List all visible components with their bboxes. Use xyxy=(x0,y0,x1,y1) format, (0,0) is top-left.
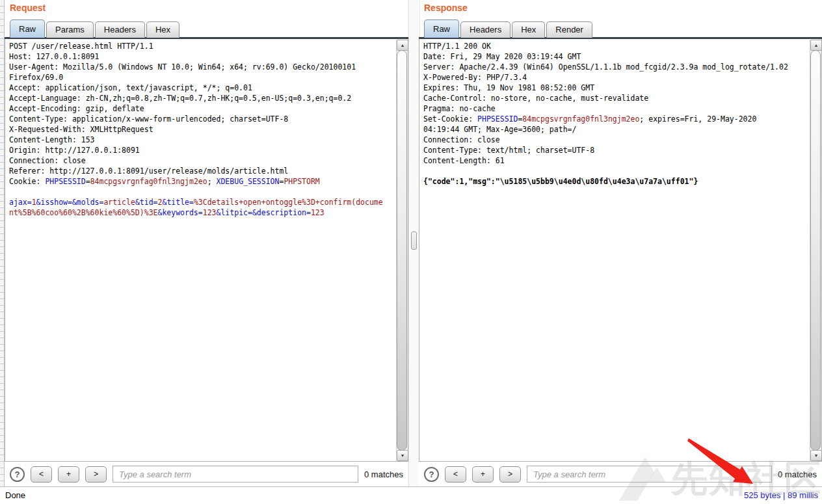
request-scrollbar[interactable]: ▲ ▼ xyxy=(396,40,408,461)
status-bar: Done 525 bytes | 89 millis xyxy=(0,486,822,504)
editor-line: Referer: http://127.0.0.1:8091/user/rele… xyxy=(9,166,392,176)
editor-line: ajax=1&isshow=&molds=article&tid=2&title… xyxy=(9,197,392,207)
response-tab-headers[interactable]: Headers xyxy=(460,21,510,38)
editor-line: Origin: http://127.0.0.1:8091 xyxy=(9,145,392,155)
editor-line: 04:19:44 GMT; Max-Age=3600; path=/ xyxy=(423,124,806,135)
scrollbar-thumb[interactable] xyxy=(810,50,821,451)
response-size-time-label: 525 bytes | 89 millis xyxy=(744,490,818,500)
editor-line: Accept: application/json, text/javascrip… xyxy=(9,83,392,93)
editor-line: Cache-Control: no-store, no-cache, must-… xyxy=(423,93,806,103)
editor-line: nt%5B%60coo%60%2B%60kie%60%5D)%3E&keywor… xyxy=(9,207,392,218)
editor-line: {"code":1,"msg":"\u5185\u5bb9\u4e0d\u80f… xyxy=(423,176,806,187)
scroll-down-icon[interactable]: ▼ xyxy=(810,450,822,461)
match-count: 0 matches xyxy=(364,470,403,479)
window-edge-strip xyxy=(0,0,5,486)
response-title: Response xyxy=(424,3,468,13)
response-searchbar: ? < + > 0 matches xyxy=(419,462,822,486)
editor-line: Date: Fri, 29 May 2020 03:19:44 GMT xyxy=(423,51,806,62)
editor-line: Connection: close xyxy=(9,155,392,166)
scrollbar-thumb[interactable] xyxy=(397,50,407,451)
response-tabs: RawHeadersHexRender xyxy=(424,20,822,38)
editor-line: Server: Apache/2.4.39 (Win64) OpenSSL/1.… xyxy=(423,62,806,72)
request-tab-params[interactable]: Params xyxy=(46,21,94,38)
editor-line: Pragma: no-cache xyxy=(423,103,806,114)
scroll-down-icon[interactable]: ▼ xyxy=(397,450,408,461)
editor-line: Set-Cookie: PHPSESSID=84mcpgsvrgnfag0fnl… xyxy=(423,114,806,124)
editor-line: Connection: close xyxy=(423,135,806,145)
response-tab-raw[interactable]: Raw xyxy=(424,20,459,38)
editor-line: Firefox/69.0 xyxy=(9,72,392,83)
response-raw-editor[interactable]: HTTP/1.1 200 OKDate: Fri, 29 May 2020 03… xyxy=(419,39,822,462)
request-raw-editor[interactable]: POST /user/release.html HTTP/1.1Host: 12… xyxy=(5,39,408,462)
editor-line: Accept-Language: zh-CN,zh;q=0.8,zh-TW;q=… xyxy=(9,93,392,103)
editor-line: X-Requested-With: XMLHttpRequest xyxy=(9,124,392,135)
request-tabs: RawParamsHeadersHex xyxy=(10,20,408,38)
response-panel: Response RawHeadersHexRender HTTP/1.1 20… xyxy=(419,0,822,486)
repeater-window: Request RawParamsHeadersHex POST /user/r… xyxy=(0,0,822,504)
search-add-button[interactable]: + xyxy=(58,466,79,483)
status-done-label: Done xyxy=(5,490,25,500)
editor-line: Cookie: PHPSESSID=84mcpgsvrgnfag0fnl3ngj… xyxy=(9,176,392,187)
search-input[interactable] xyxy=(113,466,358,483)
request-tab-hex[interactable]: Hex xyxy=(146,21,179,38)
request-title: Request xyxy=(10,3,46,13)
search-input[interactable] xyxy=(527,466,772,483)
response-tab-hex[interactable]: Hex xyxy=(512,21,545,38)
search-prev-button[interactable]: < xyxy=(445,466,466,483)
help-icon[interactable]: ? xyxy=(10,467,25,482)
editor-line: User-Agent: Mozilla/5.0 (Windows NT 10.0… xyxy=(9,62,392,72)
response-scrollbar[interactable]: ▲ ▼ xyxy=(810,40,821,461)
search-next-button[interactable]: > xyxy=(499,466,521,483)
search-add-button[interactable]: + xyxy=(472,466,494,483)
editor-line: HTTP/1.1 200 OK xyxy=(423,41,806,51)
request-tab-raw[interactable]: Raw xyxy=(10,20,45,38)
editor-line: Expires: Thu, 19 Nov 1981 08:52:00 GMT xyxy=(423,83,806,93)
editor-line: POST /user/release.html HTTP/1.1 xyxy=(9,41,392,51)
editor-line: Content-Length: 61 xyxy=(423,155,806,166)
help-icon[interactable]: ? xyxy=(424,467,439,482)
response-tab-render[interactable]: Render xyxy=(546,21,592,38)
editor-line: Content-Length: 153 xyxy=(9,135,392,145)
search-prev-button[interactable]: < xyxy=(31,466,52,483)
editor-line: Content-Type: application/x-www-form-url… xyxy=(9,114,392,124)
scroll-up-icon[interactable]: ▲ xyxy=(397,40,408,51)
editor-line xyxy=(423,166,806,176)
request-panel: Request RawParamsHeadersHex POST /user/r… xyxy=(5,0,408,486)
editor-line: Content-Type: text/html; charset=UTF-8 xyxy=(423,145,806,155)
request-searchbar: ? < + > 0 matches xyxy=(5,462,408,486)
editor-line: Accept-Encoding: gzip, deflate xyxy=(9,103,392,114)
editor-line xyxy=(9,187,392,197)
request-tab-headers[interactable]: Headers xyxy=(95,21,145,38)
scroll-up-icon[interactable]: ▲ xyxy=(810,40,822,51)
editor-line: Host: 127.0.0.1:8091 xyxy=(9,51,392,62)
search-next-button[interactable]: > xyxy=(85,466,107,483)
splitter-handle[interactable] xyxy=(411,232,417,250)
match-count: 0 matches xyxy=(778,470,817,479)
editor-line: X-Powered-By: PHP/7.3.4 xyxy=(423,72,806,83)
